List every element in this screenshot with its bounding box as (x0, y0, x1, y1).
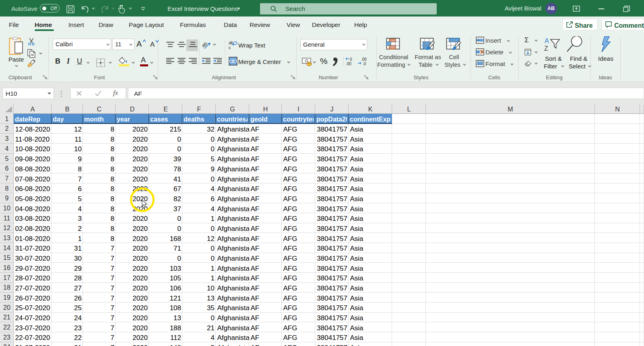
svg-text:0: 0 (350, 57, 352, 62)
svg-text:c: c (229, 45, 231, 50)
svg-text:.0: .0 (363, 62, 366, 66)
svg-text:Z: Z (544, 45, 548, 51)
svg-text:A: A (545, 37, 549, 44)
svg-text:.00: .00 (361, 57, 367, 62)
svg-text:ab: ab (202, 41, 208, 49)
svg-text:.00: .00 (346, 62, 351, 66)
